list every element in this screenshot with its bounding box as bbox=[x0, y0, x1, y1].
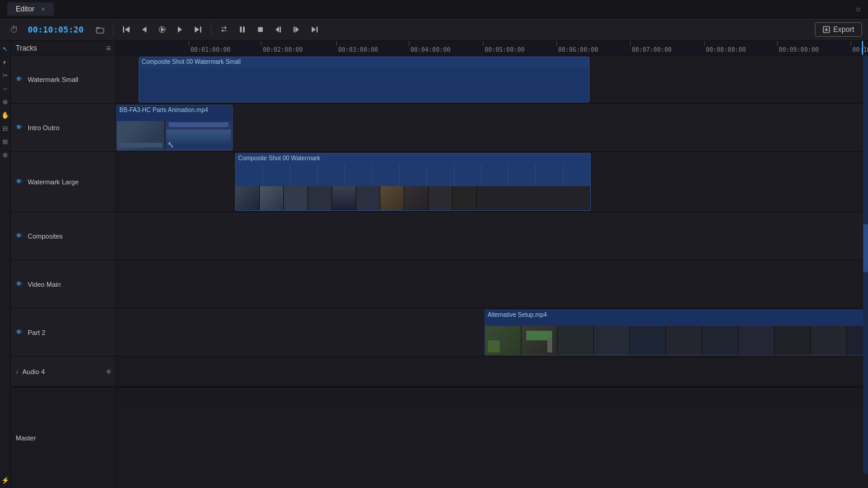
time-ruler[interactable]: 00:01:00:00 00:02:00:00 00:03:00:00 00:0… bbox=[116, 41, 868, 55]
toolbar: ⏱ 00:10:05:20 Export bbox=[0, 18, 868, 41]
svg-rect-18 bbox=[316, 27, 318, 33]
magnet-tool-icon[interactable]: ⚡ bbox=[1, 476, 10, 484]
track-row-composites bbox=[116, 212, 868, 260]
clip-label-watermark-small: Composite Shot 00 Watermark Small bbox=[142, 58, 587, 65]
eye-icon-part2[interactable]: 👁 bbox=[16, 328, 24, 337]
eye-icon-intro-outro[interactable]: 👁 bbox=[16, 124, 24, 132]
track-name-part2: Part 2 bbox=[28, 329, 45, 336]
svg-rect-1 bbox=[96, 28, 104, 33]
ruler-tick-5: 00:05:00:00 bbox=[483, 41, 524, 55]
tracks-label-bar: Tracks ≡ bbox=[11, 41, 116, 55]
ruler-tick-6: 00:06:00:00 bbox=[556, 41, 598, 55]
ruler-tick-10: 00:10:00:00 bbox=[851, 41, 868, 55]
editor-tab[interactable]: Editor × bbox=[7, 2, 54, 16]
svg-marker-3 bbox=[125, 27, 130, 33]
track-header-intro-outro[interactable]: 👁 Intro Outro bbox=[11, 104, 116, 152]
clock-icon: ⏱ bbox=[6, 22, 22, 37]
export-label: Export bbox=[833, 25, 854, 34]
tools-panel: ↖ ⏵ ✂ ↔ ⊕ ✋ ⊟ ⊞ ⊕ ⚡ bbox=[0, 41, 11, 488]
pointer-tool-icon[interactable]: ⏵ bbox=[1, 58, 10, 66]
ruler-tick-9: 00:09:00:00 bbox=[777, 41, 819, 55]
main-area: ↖ ⏵ ✂ ↔ ⊕ ✋ ⊟ ⊞ ⊕ ⚡ Tracks ≡ 👁 Watermark… bbox=[0, 41, 868, 488]
track-name-intro-outro: Intro Outro bbox=[28, 124, 60, 131]
track-header-composites[interactable]: 👁 Composites bbox=[11, 212, 116, 260]
razor-tool-icon[interactable]: ✂ bbox=[1, 71, 10, 80]
svg-marker-7 bbox=[178, 27, 182, 33]
tab-label: Editor bbox=[16, 5, 34, 13]
svg-rect-8 bbox=[200, 27, 201, 33]
split-tool-icon[interactable]: ⊟ bbox=[1, 124, 10, 133]
ruler-tick-8: 00:08:00:00 bbox=[704, 41, 746, 55]
eye-icon-watermark-small[interactable]: 👁 bbox=[16, 75, 24, 84]
track-header-watermark-small[interactable]: 👁 Watermark Small bbox=[11, 55, 116, 104]
svg-rect-10 bbox=[240, 27, 242, 33]
zoom-tool-icon[interactable]: ⊕ bbox=[1, 98, 10, 106]
svg-rect-11 bbox=[243, 27, 245, 33]
prev-frame-button[interactable] bbox=[136, 22, 152, 37]
track-name-video-main: Video Main bbox=[28, 281, 61, 288]
skip-start-button[interactable] bbox=[118, 22, 134, 37]
tracks-label: Tracks bbox=[16, 44, 37, 52]
track-row-part2: Alternative Setup.mp4 bbox=[116, 308, 868, 357]
title-bar: Editor × ○ bbox=[0, 0, 868, 18]
track-headers: Tracks ≡ 👁 Watermark Small 👁 Intro Outro… bbox=[11, 41, 116, 488]
timeline-area: 00:01:00:00 00:02:00:00 00:03:00:00 00:0… bbox=[116, 41, 868, 488]
track-header-watermark-large[interactable]: 👁 Watermark Large bbox=[11, 152, 116, 212]
stop-button[interactable] bbox=[253, 22, 268, 37]
eye-icon-watermark-large[interactable]: 👁 bbox=[16, 178, 24, 186]
track-name-watermark-large: Watermark Large bbox=[28, 178, 79, 186]
stretch-tool-icon[interactable]: ↔ bbox=[1, 84, 10, 93]
svg-rect-12 bbox=[258, 27, 263, 32]
track-row-watermark-large: Composite Shot 00 Watermark bbox=[116, 152, 868, 212]
ruler-tick-4: 00:04:00:00 bbox=[409, 41, 450, 55]
track-header-audio4[interactable]: ♪ Audio 4 ⊕ bbox=[11, 357, 116, 387]
play-button[interactable] bbox=[154, 22, 170, 37]
timeline-scrollbar[interactable] bbox=[863, 55, 868, 474]
clip-watermark-small[interactable]: Composite Shot 00 Watermark Small bbox=[139, 57, 590, 102]
select-tool-icon[interactable]: ↖ bbox=[1, 45, 10, 53]
audio-channel-icon: ⊕ bbox=[106, 368, 111, 375]
tracks-menu-icon[interactable]: ≡ bbox=[106, 43, 111, 53]
svg-rect-14 bbox=[280, 27, 281, 33]
next-marker-button[interactable] bbox=[289, 22, 304, 37]
ruler-tick-1: 00:01:00:00 bbox=[189, 41, 230, 55]
hand-tool-icon[interactable]: ✋ bbox=[1, 111, 10, 119]
prev-marker-button[interactable] bbox=[271, 22, 286, 37]
toolbar-separator-1 bbox=[113, 23, 113, 36]
track-row-master bbox=[116, 387, 868, 408]
clip-part2[interactable]: Alternative Setup.mp4 bbox=[485, 310, 868, 355]
clip-label-intro-outro: BB-FA3-HC Parts Animation.mp4 bbox=[119, 107, 230, 113]
clip-watermark-large[interactable]: Composite Shot 00 Watermark bbox=[235, 153, 591, 211]
next-frame-button[interactable] bbox=[172, 22, 188, 37]
eye-icon-video-main[interactable]: 👁 bbox=[16, 280, 24, 289]
export-button[interactable]: Export bbox=[815, 22, 862, 37]
track-header-part2[interactable]: 👁 Part 2 bbox=[11, 308, 116, 357]
svg-rect-2 bbox=[123, 27, 124, 33]
window-close-icon[interactable]: ○ bbox=[856, 4, 861, 14]
track-row-watermark-small: Composite Shot 00 Watermark Small bbox=[116, 55, 868, 104]
clip-intro-outro[interactable]: BB-FA3-HC Parts Animation.mp4 🔧 bbox=[116, 105, 233, 151]
playhead[interactable] bbox=[862, 41, 863, 55]
svg-marker-17 bbox=[312, 27, 316, 33]
svg-marker-13 bbox=[275, 27, 279, 33]
timecode-display: 00:10:05:20 bbox=[28, 25, 84, 34]
eye-icon-composites[interactable]: 👁 bbox=[16, 232, 24, 240]
align-tool-icon[interactable]: ⊞ bbox=[1, 137, 10, 146]
end-marker-button[interactable] bbox=[307, 22, 322, 37]
snap-tool-icon[interactable]: ⊕ bbox=[1, 151, 10, 159]
clip-label-part2: Alternative Setup.mp4 bbox=[488, 311, 867, 318]
track-name-watermark-small: Watermark Small bbox=[28, 76, 78, 83]
svg-marker-9 bbox=[195, 27, 200, 33]
loop-button[interactable] bbox=[216, 22, 232, 37]
tracks-container[interactable]: Composite Shot 00 Watermark Small BB-FA3… bbox=[116, 55, 868, 488]
ruler-tick-2: 00:02:00:00 bbox=[261, 41, 303, 55]
open-file-button[interactable] bbox=[92, 22, 108, 37]
track-name-audio4: Audio 4 bbox=[22, 368, 45, 375]
audio-icon-audio4: ♪ bbox=[16, 368, 19, 375]
track-row-intro-outro: BB-FA3-HC Parts Animation.mp4 🔧 bbox=[116, 104, 868, 152]
pause-button[interactable] bbox=[234, 22, 250, 37]
skip-end-button[interactable] bbox=[190, 22, 206, 37]
tab-close-icon[interactable]: × bbox=[42, 6, 45, 13]
track-header-video-main[interactable]: 👁 Video Main bbox=[11, 260, 116, 308]
clip-label-watermark-large: Composite Shot 00 Watermark bbox=[238, 155, 588, 161]
